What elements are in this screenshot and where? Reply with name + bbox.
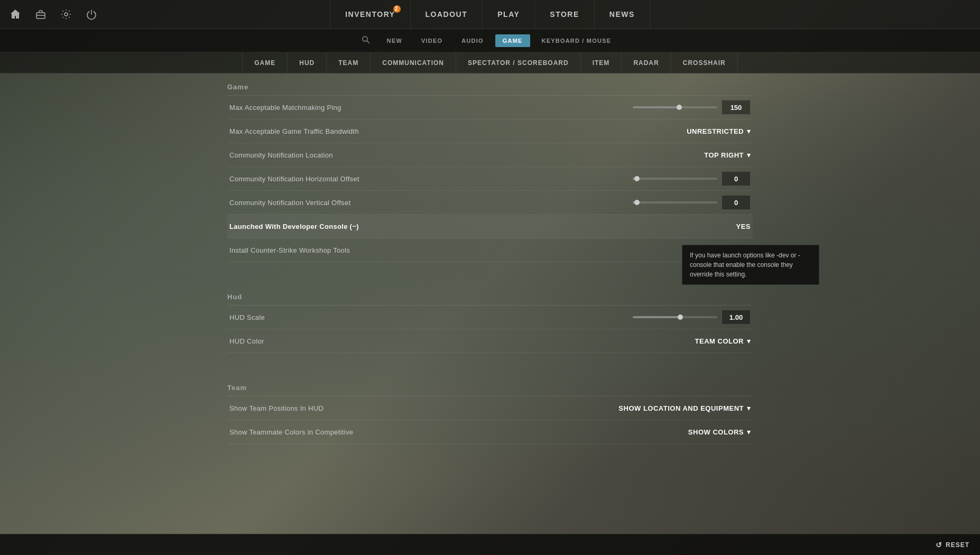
tab-keyboard-mouse[interactable]: KEYBOARD / MOUSE — [534, 34, 619, 47]
main-nav-items: INVENTORY 2 LOADOUT PLAY STORE NEWS — [330, 0, 650, 29]
top-nav-icons — [8, 7, 99, 22]
hud-scale-slider-fill — [633, 316, 680, 318]
power-icon[interactable] — [84, 7, 99, 22]
reset-button[interactable]: ↺ RESET — [936, 541, 969, 549]
reset-label: RESET — [946, 541, 969, 549]
settings-content: Game Max Acceptable Matchmaking Ping 150… — [0, 73, 980, 534]
bandwidth-chevron-icon: ▾ — [747, 127, 751, 135]
teammate-colors-dropdown[interactable]: SHOW COLORS ▾ — [688, 428, 751, 436]
setting-label-dev-console: Launched With Developer Console (~) — [229, 223, 359, 230]
setting-row-team-positions: Show Team Positions In HUD SHOW LOCATION… — [227, 396, 753, 420]
setting-label-bandwidth: Max Acceptable Game Traffic Bandwidth — [229, 127, 359, 135]
inventory-badge: 2 — [393, 5, 401, 13]
notif-location-value: TOP RIGHT — [704, 151, 744, 159]
sub-tab-game[interactable]: GAME — [242, 52, 288, 73]
bandwidth-dropdown[interactable]: UNRESTRICTED ▾ — [687, 127, 751, 135]
hud-scale-value[interactable]: 1.00 — [722, 310, 751, 325]
gear-icon[interactable] — [59, 7, 73, 22]
dev-console-control: YES — [736, 223, 751, 230]
notif-v-slider-control: 0 — [633, 195, 751, 210]
hud-section-header: Hud — [227, 283, 753, 306]
nav-item-play[interactable]: PLAY — [483, 0, 535, 29]
sub-tab-spectator-scoreboard[interactable]: SPECTATOR / SCOREBOARD — [456, 52, 581, 73]
notif-h-value[interactable]: 0 — [722, 171, 751, 186]
settings-tabs-bar: NEW VIDEO AUDIO GAME KEYBOARD / MOUSE — [0, 29, 980, 52]
svg-point-3 — [363, 36, 367, 41]
bandwidth-value: UNRESTRICTED — [687, 127, 744, 135]
ping-slider-thumb[interactable] — [677, 105, 682, 110]
notif-h-slider-control: 0 — [633, 171, 751, 186]
notif-location-chevron-icon: ▾ — [747, 151, 751, 159]
team-positions-value: SHOW LOCATION AND EQUIPMENT — [618, 404, 744, 412]
setting-label-notif-v-offset: Community Notification Vertical Offset — [229, 199, 350, 207]
notif-h-slider-thumb[interactable] — [634, 176, 640, 181]
hud-scale-slider-control: 1.00 — [633, 310, 751, 325]
setting-label-hud-scale: HUD Scale — [229, 313, 265, 321]
reset-icon: ↺ — [936, 541, 942, 549]
setting-row-notif-v-offset: Community Notification Vertical Offset 0 — [227, 191, 753, 215]
tab-audio[interactable]: AUDIO — [454, 34, 491, 47]
setting-label-workshop-tools: Install Counter-Strike Workshop Tools — [229, 246, 350, 254]
ping-slider-control: 150 — [633, 100, 751, 115]
notif-h-slider-track[interactable] — [633, 178, 717, 180]
hud-color-dropdown[interactable]: TEAM COLOR ▾ — [695, 337, 751, 345]
sub-tab-communication[interactable]: COMMUNICATION — [371, 52, 456, 73]
setting-row-ping: Max Acceptable Matchmaking Ping 150 — [227, 96, 753, 119]
ping-slider-track[interactable] — [633, 106, 717, 108]
setting-label-notif-location: Community Notification Location — [229, 151, 333, 159]
nav-item-loadout[interactable]: LOADOUT — [411, 0, 483, 29]
notif-v-slider-thumb[interactable] — [634, 200, 640, 205]
search-icon[interactable] — [362, 35, 370, 46]
home-icon[interactable] — [8, 7, 23, 22]
hud-scale-slider-thumb[interactable] — [678, 314, 683, 320]
notif-location-dropdown[interactable]: TOP RIGHT ▾ — [704, 151, 751, 159]
briefcase-icon[interactable] — [33, 7, 48, 22]
tab-game[interactable]: GAME — [495, 34, 530, 47]
dev-console-tooltip: If you have launch options like -dev or … — [682, 245, 819, 285]
ping-value[interactable]: 150 — [722, 100, 751, 115]
notif-v-value[interactable]: 0 — [722, 195, 751, 210]
sub-tab-crosshair[interactable]: CROSSHAIR — [671, 52, 738, 73]
nav-item-news[interactable]: NEWS — [595, 0, 650, 29]
sub-tab-team[interactable]: TEAM — [327, 52, 371, 73]
hud-scale-slider-track[interactable] — [633, 316, 717, 318]
tab-new[interactable]: NEW — [380, 34, 410, 47]
bottom-bar: ↺ RESET — [0, 534, 980, 555]
sub-tabs-bar: GAME HUD TEAM COMMUNICATION SPECTATOR / … — [0, 52, 980, 73]
nav-item-store[interactable]: STORE — [535, 0, 594, 29]
setting-row-bandwidth: Max Acceptable Game Traffic Bandwidth UN… — [227, 119, 753, 143]
setting-label-hud-color: HUD Color — [229, 337, 264, 345]
svg-line-4 — [367, 41, 369, 43]
tab-video[interactable]: VIDEO — [414, 34, 450, 47]
team-positions-chevron-icon: ▾ — [747, 404, 751, 412]
nav-item-inventory[interactable]: INVENTORY 2 — [330, 0, 410, 29]
game-section-header: Game — [227, 73, 753, 96]
svg-point-2 — [64, 13, 68, 16]
setting-label-ping: Max Acceptable Matchmaking Ping — [229, 104, 341, 112]
setting-row-hud-scale: HUD Scale 1.00 — [227, 306, 753, 329]
setting-row-hud-color: HUD Color TEAM COLOR ▾ — [227, 329, 753, 353]
ping-slider-fill — [633, 106, 679, 108]
sub-tab-hud[interactable]: HUD — [288, 52, 327, 73]
hud-color-value: TEAM COLOR — [695, 337, 744, 345]
notif-v-slider-track[interactable] — [633, 201, 717, 204]
top-navigation: INVENTORY 2 LOADOUT PLAY STORE NEWS — [0, 0, 980, 29]
teammate-colors-chevron-icon: ▾ — [747, 428, 751, 436]
sub-tab-item[interactable]: ITEM — [581, 52, 622, 73]
sub-tab-radar[interactable]: RADAR — [622, 52, 671, 73]
setting-row-notif-h-offset: Community Notification Horizontal Offset… — [227, 167, 753, 191]
setting-label-team-positions: Show Team Positions In HUD — [229, 404, 323, 412]
team-positions-dropdown[interactable]: SHOW LOCATION AND EQUIPMENT ▾ — [618, 404, 751, 412]
setting-row-dev-console: Launched With Developer Console (~) YES — [227, 215, 753, 238]
setting-row-workshop-tools: Install Counter-Strike Workshop Tools If… — [227, 238, 753, 262]
setting-row-notif-location: Community Notification Location TOP RIGH… — [227, 143, 753, 167]
dev-console-value: YES — [736, 223, 751, 230]
setting-label-notif-h-offset: Community Notification Horizontal Offset — [229, 175, 359, 183]
team-section-header: Team — [227, 374, 753, 396]
teammate-colors-value: SHOW COLORS — [688, 428, 744, 436]
setting-row-teammate-colors: Show Teammate Colors in Competitive SHOW… — [227, 420, 753, 444]
setting-label-teammate-colors: Show Teammate Colors in Competitive — [229, 428, 353, 436]
hud-color-chevron-icon: ▾ — [747, 337, 751, 345]
